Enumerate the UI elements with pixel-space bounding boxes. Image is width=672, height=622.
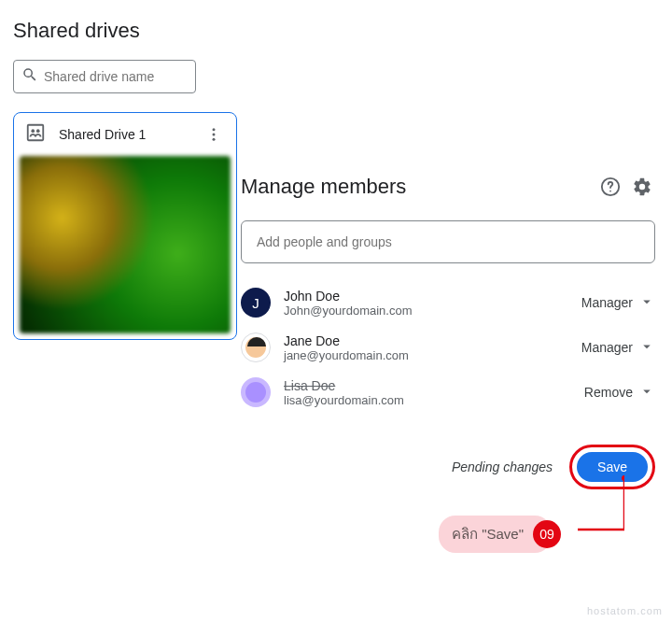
member-row: Lisa Doelisa@yourdomain.comRemove: [241, 370, 655, 415]
search-input[interactable]: [44, 69, 188, 84]
chevron-down-icon: [638, 293, 655, 313]
member-row: Jane Doejane@yourdomain.comManager: [241, 325, 655, 370]
save-button[interactable]: Save: [577, 452, 648, 482]
member-email: John@yourdomain.com: [284, 304, 568, 318]
help-button[interactable]: [597, 174, 623, 200]
member-email: lisa@yourdomain.com: [284, 393, 571, 407]
chevron-down-icon: [638, 383, 655, 403]
avatar: [241, 377, 271, 407]
manage-members-panel: Manage members JJohn DoeJohn@yourdomain.…: [241, 174, 655, 489]
svg-rect-0: [28, 125, 44, 141]
role-dropdown[interactable]: Manager: [581, 338, 655, 358]
settings-button[interactable]: [629, 174, 655, 200]
avatar: [241, 332, 271, 362]
svg-point-3: [213, 128, 216, 131]
member-name: Jane Doe: [284, 333, 568, 348]
role-dropdown[interactable]: Remove: [584, 383, 655, 403]
avatar: J: [241, 288, 271, 318]
drive-cover-image: [20, 156, 231, 333]
role-dropdown[interactable]: Manager: [581, 293, 655, 313]
svg-point-1: [31, 129, 35, 133]
svg-point-2: [36, 129, 40, 133]
search-input-container[interactable]: [13, 60, 196, 93]
panel-title: Manage members: [241, 175, 592, 199]
pending-changes-text: Pending changes: [452, 459, 553, 474]
page-title: Shared drives: [0, 0, 672, 43]
svg-point-7: [609, 191, 611, 192]
watermark: hostatom.com: [587, 605, 663, 616]
search-icon: [21, 66, 38, 87]
chevron-down-icon: [638, 338, 655, 358]
svg-point-5: [213, 138, 216, 141]
save-highlight-ring: Save: [569, 445, 655, 489]
instruction-callout: คลิก "Save" 09: [439, 516, 561, 553]
add-people-input[interactable]: [257, 234, 639, 249]
shared-drive-title: Shared Drive 1: [59, 127, 189, 142]
member-name: Lisa Doe: [284, 378, 571, 393]
add-people-input-container[interactable]: [241, 220, 655, 263]
callout-step-badge: 09: [533, 520, 561, 548]
shared-drive-card[interactable]: Shared Drive 1: [13, 112, 237, 340]
svg-point-4: [213, 134, 216, 136]
member-name: John Doe: [284, 289, 568, 304]
member-row: JJohn DoeJohn@yourdomain.comManager: [241, 280, 655, 325]
more-options-button[interactable]: [203, 123, 225, 146]
shared-drive-icon: [25, 122, 46, 147]
member-email: jane@yourdomain.com: [284, 348, 568, 362]
